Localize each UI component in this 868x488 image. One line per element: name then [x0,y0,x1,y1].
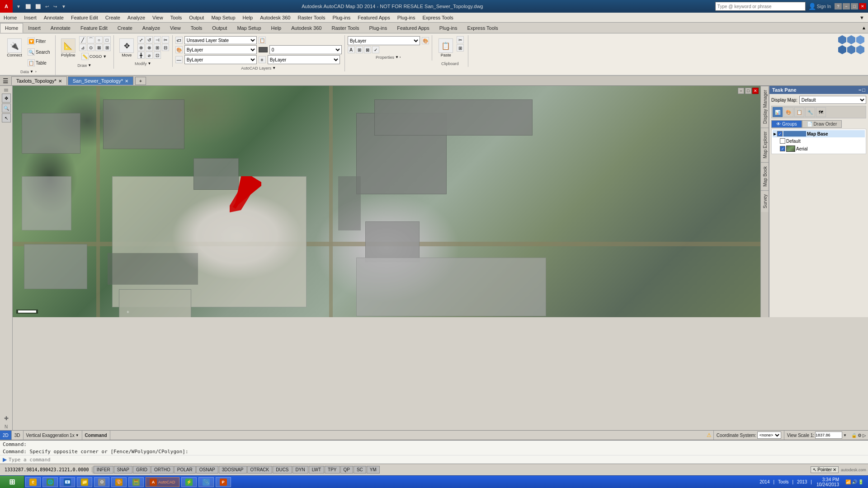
menu-feature-edit[interactable]: Feature Edit [67,14,102,22]
sb-expand-icon[interactable]: ▷ [863,433,866,438]
map-close-btn[interactable]: ✕ [752,88,759,94]
properties-group-dropdown[interactable]: ▼ [395,55,399,59]
draw-icon4[interactable]: ⊠ [95,44,103,51]
tp-tab-draw-order[interactable]: 📄 Draw Order [802,120,842,128]
dyn-btn[interactable]: DYN [292,466,308,474]
autocad-layers-dropdown[interactable]: ▼ [272,66,276,70]
menu-express-tools[interactable]: Express Tools [419,14,457,22]
minimize-btn[interactable]: − [843,3,850,9]
menu-featured-apps[interactable]: Featured Apps [354,14,394,22]
cogo-btn[interactable]: 📏 COGO ▼ [79,52,109,61]
ribbon-tab-autodesk360[interactable]: Autodesk 360 [286,23,326,33]
sb-view-2d[interactable]: 2D [0,431,12,440]
ribbon-tab-map-setup[interactable]: Map Setup [232,23,266,33]
taskbar-app-misc2[interactable]: 📎 [198,477,214,487]
app-menu-item[interactable]: ▼ [14,3,23,10]
vert-exag-dropdown[interactable]: ▼ [75,433,79,437]
annot-icon4[interactable]: — [175,56,183,63]
menu-tools[interactable]: Tools [167,14,186,22]
toolbar-btn-select[interactable]: ↖ [2,113,11,122]
tp-data-icon[interactable]: 📊 [773,107,783,117]
taskbar-app-chrome[interactable]: 🌐 [42,477,58,487]
mod-icon7[interactable]: ⊞ [154,44,161,51]
search-input[interactable] [717,4,803,9]
sign-in-btn[interactable]: 👤 Sign In [808,3,831,10]
ribbon-tab-insert[interactable]: Insert [23,23,46,33]
mod-icon11[interactable]: ⊡ [154,52,161,59]
lineweight-select[interactable]: ByLayer [268,55,340,64]
annot-icon2[interactable]: 📋 [259,37,266,44]
layer-state-select[interactable]: Unsaved Layer State [184,36,257,44]
search-box[interactable] [715,2,806,11]
menu-create[interactable]: Create [102,14,124,22]
sb-vert-exag[interactable]: Vertical Exaggeration 1x ▼ [24,431,82,440]
taskbar-app-calc[interactable]: 🧮 [128,477,144,487]
copy-icon[interactable]: ⊞ [457,44,464,52]
grid-btn[interactable]: GRID [133,466,151,474]
connect-btn[interactable]: 🔌 Connect [5,36,24,60]
lwt-btn[interactable]: LWT [309,466,324,474]
color-value-select[interactable]: 0 [269,45,342,54]
polar-btn[interactable]: POLAR [174,466,196,474]
layer-color-select[interactable]: ByLayer [184,45,257,54]
taskbar-app-paint[interactable]: 🎨 [111,477,127,487]
doc-tab-san-sewer[interactable]: San_Sewer_Topology* ✕ [68,76,133,85]
menu-insert[interactable]: Insert [20,14,40,22]
menu-expand[interactable]: ▼ [856,14,868,22]
ribbon-tab-create[interactable]: Create [113,23,137,33]
default-checkbox[interactable] [780,138,785,144]
taskbar-app-ie[interactable]: e [25,477,41,487]
tp-table-icon[interactable]: 📋 [794,107,804,117]
draw-group-dropdown[interactable]: ▼ [88,63,91,67]
mod-icon5[interactable]: ⊕ [137,44,145,51]
filter-btn[interactable]: 🔽 Filter [25,36,52,46]
tp-style-icon[interactable]: 🎨 [783,107,793,117]
menu-autodesk360[interactable]: Autodesk 360 [256,14,294,22]
ribbon-tab-help[interactable]: Help [266,23,287,33]
search-btn[interactable]: 🔍 Search [25,47,52,57]
help-btn[interactable]: ? [835,3,842,9]
taskbar-app-explorer[interactable]: 📁 [77,477,92,487]
prop-icon4[interactable]: ✓ [372,46,379,53]
polyline-btn[interactable]: 📐 Polyline [58,36,78,60]
infer-btn[interactable]: INFER [94,466,113,474]
prop-icon1[interactable]: A [348,46,355,53]
prop-icon2[interactable]: ⊞ [356,46,363,53]
taxlots-tab-close[interactable]: ✕ [58,79,62,84]
color-picker-icon[interactable]: 🎨 [422,37,429,44]
paste-btn[interactable]: 📋 Paste [436,36,456,60]
volume-icon[interactable]: 🔊 [852,479,857,484]
side-tab-survey[interactable]: Survey [761,190,769,212]
mod-icon1[interactable]: ⤢ [137,36,145,43]
ribbon-tab-featured-apps[interactable]: Featured Apps [392,23,434,33]
aerial-checkbox[interactable]: ✓ [780,146,785,151]
ym-btn[interactable]: YM [367,466,380,474]
mod-icon3[interactable]: ⊣ [154,36,161,43]
app-toolbar-btn3[interactable]: ↩ [43,3,51,10]
command-input-area[interactable]: ▶ [0,455,868,464]
command-text-input[interactable] [9,457,865,463]
circle-icon[interactable]: ○ [95,36,103,43]
data-group-dropdown[interactable]: ▼ [30,70,33,74]
pointer-close-icon[interactable]: ✕ [833,467,836,472]
maximize-btn[interactable]: □ [851,3,858,9]
ribbon-tab-home[interactable]: Home [0,23,23,33]
ribbon-tab-view[interactable]: View [165,23,186,33]
otrack-btn[interactable]: OTRACK [247,466,273,474]
toolbar-btn-pan[interactable]: ✥ [2,94,11,103]
tpy-btn[interactable]: TPY [325,466,340,474]
draw-icon5[interactable]: ⊞ [104,44,111,51]
side-tab-display-manager[interactable]: Display Manager [761,86,769,127]
snap-btn[interactable]: SNAP [114,466,132,474]
app-toolbar-btn[interactable]: ⬜ [24,3,33,10]
side-tab-map-book[interactable]: Map Book [761,162,769,190]
close-btn[interactable]: ✕ [859,3,866,9]
menu-plug-ins2[interactable]: Plug-ins [394,14,419,22]
pointer-display[interactable]: ↖ Pointer ✕ [811,466,839,473]
ribbon-tab-express-tools[interactable]: Express Tools [462,23,503,33]
taskbar-app-powerpoint[interactable]: P [216,477,231,487]
tree-item-aerial[interactable]: ✓ Aerial [773,145,865,153]
menu-plug-ins[interactable]: Plug-ins [329,14,354,22]
map-minimize-btn[interactable]: − [738,88,744,94]
tree-expand-icon[interactable]: ▶ [774,132,776,136]
